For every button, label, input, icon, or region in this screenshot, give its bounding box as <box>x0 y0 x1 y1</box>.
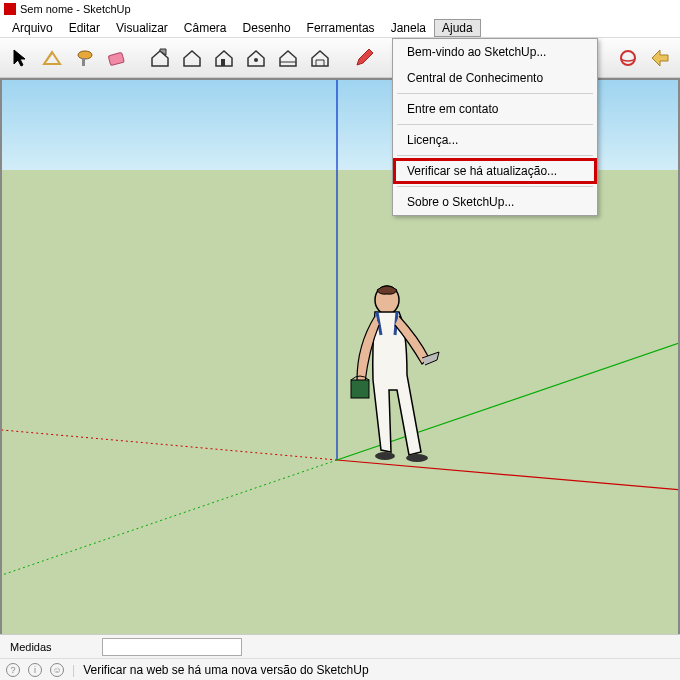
svg-rect-8 <box>351 380 369 398</box>
svg-point-0 <box>78 51 92 59</box>
menu-desenho[interactable]: Desenho <box>235 19 299 37</box>
scale-figure <box>337 280 457 480</box>
statusbar: ? i ☺ | Verificar na web se há uma nova … <box>0 658 680 680</box>
paint-tool[interactable] <box>70 44 98 72</box>
svg-point-4 <box>254 58 258 62</box>
svg-point-6 <box>621 51 635 65</box>
pan-tool[interactable] <box>646 44 674 72</box>
svg-rect-1 <box>82 58 85 66</box>
bottom-panel: Medidas <box>0 634 680 658</box>
pencil-tool[interactable] <box>350 44 378 72</box>
menu-contact[interactable]: Entre em contato <box>393 96 597 122</box>
info-icon[interactable]: i <box>28 663 42 677</box>
dropdown-separator <box>397 93 593 94</box>
axis-green-neg <box>2 460 337 575</box>
house-tool-6[interactable] <box>306 44 334 72</box>
menu-ajuda[interactable]: Ajuda <box>434 19 481 37</box>
menu-ferramentas[interactable]: Ferramentas <box>299 19 383 37</box>
app-icon <box>4 3 16 15</box>
menu-welcome[interactable]: Bem-vindo ao SketchUp... <box>393 39 597 65</box>
dropdown-separator <box>397 155 593 156</box>
menu-camera[interactable]: Câmera <box>176 19 235 37</box>
svg-point-9 <box>375 452 395 460</box>
measure-input[interactable] <box>102 638 242 656</box>
menu-check-updates[interactable]: Verificar se há atualização... <box>393 158 597 184</box>
menubar: Arquivo Editar Visualizar Câmera Desenho… <box>0 18 680 38</box>
house-tool-5[interactable] <box>274 44 302 72</box>
house-tool-2[interactable] <box>178 44 206 72</box>
menu-editar[interactable]: Editar <box>61 19 108 37</box>
help-icon[interactable]: ? <box>6 663 20 677</box>
status-message: Verificar na web se há uma nova versão d… <box>83 663 369 677</box>
orbit-tool[interactable] <box>614 44 642 72</box>
svg-point-10 <box>406 454 428 462</box>
dropdown-separator <box>397 124 593 125</box>
titlebar: Sem nome - SketchUp <box>0 0 680 18</box>
user-icon[interactable]: ☺ <box>50 663 64 677</box>
status-separator: | <box>72 663 75 677</box>
axis-red-neg <box>2 430 337 460</box>
svg-rect-2 <box>108 52 124 65</box>
menu-knowledge[interactable]: Central de Conhecimento <box>393 65 597 91</box>
window-title: Sem nome - SketchUp <box>20 3 131 15</box>
svg-rect-3 <box>221 59 225 66</box>
measure-label: Medidas <box>10 641 52 653</box>
menu-visualizar[interactable]: Visualizar <box>108 19 176 37</box>
menu-janela[interactable]: Janela <box>383 19 434 37</box>
select-tool[interactable] <box>6 44 34 72</box>
menu-about[interactable]: Sobre o SketchUp... <box>393 189 597 215</box>
house-tool-1[interactable] <box>146 44 174 72</box>
house-tool-4[interactable] <box>242 44 270 72</box>
eraser-tool[interactable] <box>102 44 130 72</box>
menu-arquivo[interactable]: Arquivo <box>4 19 61 37</box>
dropdown-separator <box>397 186 593 187</box>
shape-tool[interactable] <box>38 44 66 72</box>
menu-license[interactable]: Licença... <box>393 127 597 153</box>
help-dropdown: Bem-vindo ao SketchUp... Central de Conh… <box>392 38 598 216</box>
house-tool-3[interactable] <box>210 44 238 72</box>
